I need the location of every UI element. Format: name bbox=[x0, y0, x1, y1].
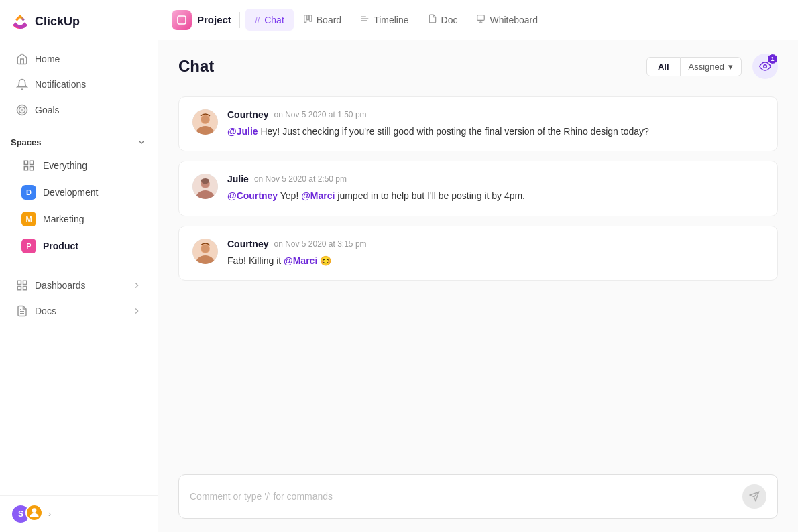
comment-input-box[interactable]: Comment or type '/' for commands bbox=[178, 474, 778, 519]
tab-doc[interactable]: Doc bbox=[418, 9, 467, 31]
sidebar-item-notifications-label: Notifications bbox=[35, 79, 86, 90]
sidebar-item-home[interactable]: Home bbox=[5, 47, 152, 71]
message-1-text: @Julie Hey! Just checking if you're stil… bbox=[227, 124, 764, 139]
chevron-right-icon bbox=[132, 281, 141, 290]
sidebar-footer[interactable]: S › bbox=[0, 495, 158, 532]
svg-point-13 bbox=[32, 508, 37, 513]
message-item: Courtney on Nov 5 2020 at 3:15 pm Fab! K… bbox=[178, 226, 778, 281]
tab-timeline-label: Timeline bbox=[374, 15, 408, 25]
sidebar-item-product[interactable]: P Product bbox=[13, 233, 144, 259]
sidebar-item-development[interactable]: D Development bbox=[13, 180, 144, 205]
svg-rect-14 bbox=[178, 16, 186, 24]
courtney-avatar bbox=[192, 109, 218, 135]
app-name: ClickUp bbox=[35, 15, 80, 29]
svg-point-31 bbox=[201, 245, 209, 253]
sidebar-item-everything-label: Everything bbox=[43, 160, 87, 171]
message-2-body: Julie on Nov 5 2020 at 2:50 pm @Courtney… bbox=[227, 174, 764, 203]
svg-rect-4 bbox=[30, 161, 34, 164]
message-1-header: Courtney on Nov 5 2020 at 1:50 pm bbox=[227, 109, 764, 120]
user-avatar-2 bbox=[25, 504, 43, 521]
message-1-body: Courtney on Nov 5 2020 at 1:50 pm @Julie… bbox=[227, 109, 764, 139]
docs-icon bbox=[16, 305, 28, 317]
tab-timeline[interactable]: Timeline bbox=[351, 9, 418, 31]
sidebar-item-goals[interactable]: Goals bbox=[5, 98, 152, 122]
tab-chat-label: Chat bbox=[264, 15, 284, 25]
message-item: Courtney on Nov 5 2020 at 1:50 pm @Julie… bbox=[178, 96, 778, 151]
chat-title: Chat bbox=[178, 57, 214, 76]
hash-icon: # bbox=[255, 14, 260, 25]
home-icon bbox=[16, 53, 28, 65]
main-content: Project # Chat Board Timeline Doc bbox=[158, 0, 798, 532]
svg-rect-17 bbox=[310, 15, 312, 21]
sidebar-item-marketing[interactable]: M Marketing bbox=[13, 206, 144, 232]
sidebar-item-dashboards[interactable]: Dashboards bbox=[5, 273, 152, 297]
mention-marci-2[interactable]: @Marci bbox=[284, 255, 317, 266]
sidebar-item-goals-label: Goals bbox=[35, 105, 60, 115]
message-2-header: Julie on Nov 5 2020 at 2:50 pm bbox=[227, 174, 764, 184]
message-2-author: Julie bbox=[227, 174, 249, 184]
chevron-right-icon-2 bbox=[132, 306, 141, 316]
logo[interactable]: ClickUp bbox=[0, 0, 158, 43]
tab-doc-label: Doc bbox=[441, 15, 458, 25]
message-3-time: on Nov 5 2020 at 3:15 pm bbox=[274, 239, 366, 249]
sidebar-item-docs[interactable]: Docs bbox=[5, 299, 152, 323]
mention-julie[interactable]: @Julie bbox=[227, 126, 258, 137]
filter-chevron-icon: ▾ bbox=[728, 62, 733, 72]
target-icon bbox=[16, 104, 28, 116]
mention-courtney[interactable]: @Courtney bbox=[227, 190, 278, 201]
tab-chat[interactable]: # Chat bbox=[245, 9, 294, 31]
message-3-text: Fab! Killing it @Marci 😊 bbox=[227, 253, 764, 268]
message-2-part2: jumped in to help but I'll be posting it… bbox=[337, 190, 525, 201]
sidebar-item-home-label: Home bbox=[35, 54, 60, 64]
julie-avatar bbox=[192, 174, 218, 199]
comment-placeholder: Comment or type '/' for commands bbox=[190, 491, 333, 502]
svg-point-2 bbox=[21, 109, 23, 111]
svg-point-25 bbox=[201, 115, 209, 123]
avatar-stack: S bbox=[11, 504, 43, 524]
mention-marci[interactable]: @Marci bbox=[301, 190, 335, 201]
chat-header: Chat All Assigned ▾ 1 bbox=[158, 40, 798, 90]
timeline-icon bbox=[360, 14, 369, 25]
filter-assigned-dropdown[interactable]: Assigned ▾ bbox=[681, 57, 742, 76]
filter-all-button[interactable]: All bbox=[646, 57, 681, 76]
grid-icon bbox=[21, 158, 36, 173]
send-button[interactable] bbox=[742, 484, 766, 509]
svg-rect-21 bbox=[477, 15, 485, 21]
sidebar-item-everything[interactable]: Everything bbox=[13, 153, 144, 178]
message-3-author: Courtney bbox=[227, 239, 268, 249]
tab-whiteboard-label: Whiteboard bbox=[490, 15, 538, 25]
sidebar-item-notifications[interactable]: Notifications bbox=[5, 72, 152, 96]
watch-button[interactable]: 1 bbox=[752, 54, 778, 79]
board-icon bbox=[303, 14, 312, 25]
message-3-body: Courtney on Nov 5 2020 at 3:15 pm Fab! K… bbox=[227, 239, 764, 268]
filter-assigned-label: Assigned bbox=[689, 62, 724, 72]
message-item: Julie on Nov 5 2020 at 2:50 pm @Courtney… bbox=[178, 161, 778, 216]
docs-label: Docs bbox=[35, 306, 56, 316]
svg-point-1 bbox=[19, 107, 25, 113]
tab-board-label: Board bbox=[317, 15, 341, 25]
tab-board[interactable]: Board bbox=[294, 9, 351, 31]
input-area: Comment or type '/' for commands bbox=[158, 465, 798, 532]
svg-rect-3 bbox=[24, 161, 27, 164]
whiteboard-icon bbox=[476, 14, 486, 25]
dashboards-label: Dashboards bbox=[35, 280, 86, 291]
svg-rect-10 bbox=[23, 287, 27, 290]
spaces-header[interactable]: Spaces bbox=[11, 137, 147, 147]
svg-point-22 bbox=[764, 65, 767, 68]
dashboards-icon bbox=[16, 279, 28, 291]
sidebar-item-product-label: Product bbox=[43, 241, 78, 251]
topbar-divider bbox=[239, 12, 240, 28]
message-1-content: Hey! Just checking if you're still good … bbox=[260, 126, 648, 137]
project-icon bbox=[172, 10, 192, 30]
svg-rect-16 bbox=[307, 15, 309, 20]
message-3-emoji: 😊 bbox=[320, 255, 331, 266]
svg-rect-5 bbox=[24, 167, 27, 170]
footer-chevron-icon: › bbox=[48, 509, 51, 519]
svg-rect-9 bbox=[17, 287, 21, 290]
tab-whiteboard[interactable]: Whiteboard bbox=[467, 9, 547, 31]
spaces-title: Spaces bbox=[11, 137, 42, 147]
svg-rect-8 bbox=[23, 281, 27, 284]
chevron-down-icon bbox=[136, 137, 147, 147]
message-3-part1: Fab! Killing it bbox=[227, 255, 284, 266]
chat-area: Chat All Assigned ▾ 1 bbox=[158, 40, 798, 532]
